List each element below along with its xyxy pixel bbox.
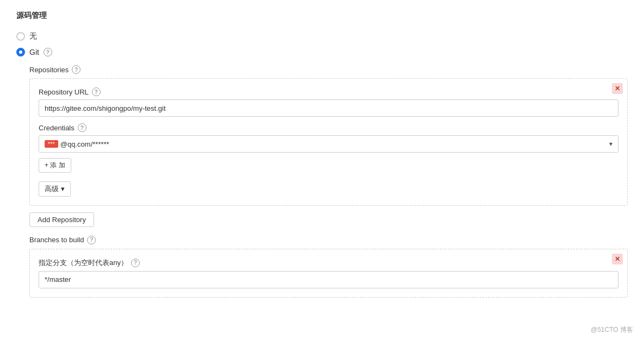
radio-none-label: 无 <box>29 32 37 41</box>
repositories-help-icon[interactable]: ? <box>72 65 81 74</box>
watermark: @51CTO 博客 <box>591 325 633 335</box>
credentials-label-text: Credentials <box>39 124 75 132</box>
repository-box: ✕ Repository URL ? Credentials ? *** @qq… <box>29 78 628 206</box>
radio-circle-none <box>16 32 25 41</box>
branches-help-icon[interactable]: ? <box>87 236 96 244</box>
git-help-icon[interactable]: ? <box>44 48 52 56</box>
advanced-button[interactable]: 高级 ▾ <box>39 181 71 197</box>
branches-section-label: Branches to build ? <box>29 236 628 244</box>
branch-field-label: 指定分支（为空时代表any） ? <box>39 258 618 268</box>
repo-url-help-icon[interactable]: ? <box>92 87 101 96</box>
credentials-label: Credentials ? <box>39 123 618 132</box>
radio-group: 无 Git ? <box>16 32 628 56</box>
radio-circle-git <box>16 48 25 56</box>
credential-redacted-badge: *** <box>45 140 58 148</box>
add-credentials-button[interactable]: + 添 加 <box>39 158 71 173</box>
radio-git[interactable]: Git ? <box>16 48 628 56</box>
credential-dropdown-arrow: ▾ <box>609 140 612 148</box>
close-branches-button[interactable]: ✕ <box>612 254 623 265</box>
repositories-label-text: Repositories <box>29 66 69 74</box>
credentials-help-icon[interactable]: ? <box>78 123 86 132</box>
add-repository-button[interactable]: Add Repository <box>29 212 94 227</box>
credential-value-text: @qq.com/****** <box>60 140 109 148</box>
credentials-select[interactable]: *** @qq.com/****** ▾ <box>39 135 618 153</box>
branches-label-text: Branches to build <box>29 236 84 244</box>
branch-input[interactable] <box>39 271 618 288</box>
repo-url-input[interactable] <box>39 99 618 117</box>
radio-none[interactable]: 无 <box>16 32 628 41</box>
radio-git-label: Git <box>29 48 39 56</box>
close-repository-button[interactable]: ✕ <box>612 83 623 94</box>
page-title: 源码管理 <box>16 11 628 21</box>
advanced-chevron-icon: ▾ <box>61 185 65 193</box>
repo-url-label-text: Repository URL <box>39 88 89 96</box>
branch-help-icon[interactable]: ? <box>131 259 140 267</box>
repositories-section-label: Repositories ? <box>29 65 628 74</box>
branch-label-text: 指定分支（为空时代表any） <box>39 258 128 268</box>
branches-box: ✕ 指定分支（为空时代表any） ? <box>29 249 628 298</box>
advanced-button-label: 高级 <box>45 184 59 194</box>
repo-url-label: Repository URL ? <box>39 87 618 96</box>
